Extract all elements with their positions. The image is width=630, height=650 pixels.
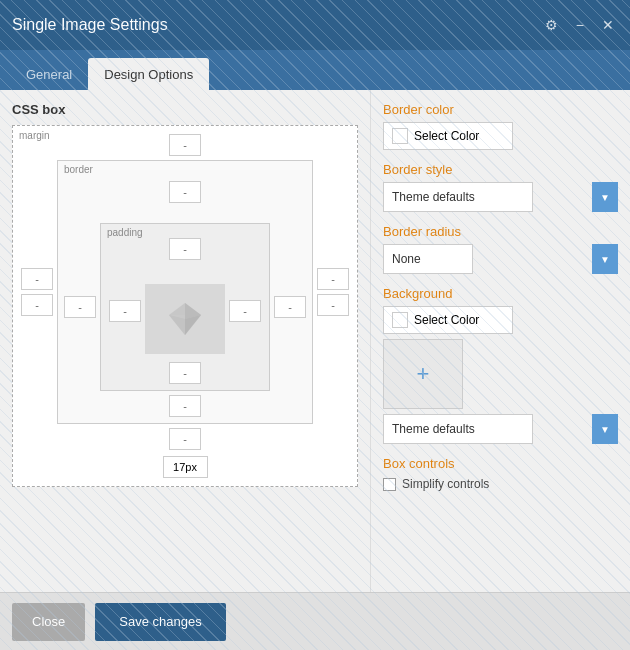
margin-label: margin xyxy=(19,130,50,141)
background-color-select-label: Select Color xyxy=(414,313,479,327)
margin-bottom-row xyxy=(21,428,349,450)
right-panel: Border color Select Color Border style T… xyxy=(370,90,630,592)
footer: Close Save changes xyxy=(0,592,630,650)
title-bar: Single Image Settings ⚙ − ✕ xyxy=(0,0,630,50)
border-style-arrow-icon: ▼ xyxy=(592,182,618,212)
background-group: Background Select Color + Theme defaults… xyxy=(383,286,618,444)
title-bar-controls: ⚙ − ✕ xyxy=(541,15,618,35)
border-color-swatch xyxy=(392,128,408,144)
border-right-inputs xyxy=(274,223,306,391)
border-style-select[interactable]: Theme defaults None Solid Dashed Dotted xyxy=(383,182,533,212)
padding-label: padding xyxy=(107,227,143,238)
border-radius-select-wrapper: None Small Medium Large ▼ xyxy=(383,244,618,274)
content-icon xyxy=(165,299,205,339)
border-style-group: Border style Theme defaults None Solid D… xyxy=(383,162,618,212)
border-left-input[interactable] xyxy=(64,296,96,318)
background-color-select-btn[interactable]: Select Color xyxy=(383,306,513,334)
margin-right1-input[interactable] xyxy=(317,268,349,290)
tabs: General Design Options xyxy=(0,50,630,90)
background-label: Background xyxy=(383,286,618,301)
gear-button[interactable]: ⚙ xyxy=(541,15,562,35)
margin-right2-input[interactable] xyxy=(317,294,349,316)
padding-left-input[interactable] xyxy=(109,300,141,322)
close-button[interactable]: Close xyxy=(12,603,85,641)
padding-top-input[interactable] xyxy=(169,238,201,260)
left-panel: CSS box margin border xyxy=(0,90,370,592)
close-window-button[interactable]: ✕ xyxy=(598,15,618,35)
px-input[interactable] xyxy=(163,456,208,478)
background-style-select[interactable]: Theme defaults Cover Contain Auto xyxy=(383,414,533,444)
tab-general[interactable]: General xyxy=(10,58,88,90)
window: Single Image Settings ⚙ − ✕ General Desi… xyxy=(0,0,630,650)
border-color-select-label: Select Color xyxy=(414,129,479,143)
border-bottom-input[interactable] xyxy=(169,395,201,417)
border-style-select-wrapper: Theme defaults None Solid Dashed Dotted … xyxy=(383,182,618,212)
margin-middle: border padding xyxy=(21,160,349,424)
border-box: border padding xyxy=(57,160,313,424)
right-margin-inputs xyxy=(317,160,349,424)
minimize-button[interactable]: − xyxy=(572,15,588,35)
border-right-input[interactable] xyxy=(274,296,306,318)
left-margin-inputs xyxy=(21,160,53,424)
simplify-controls-row: Simplify controls xyxy=(383,477,618,491)
margin-top-row xyxy=(21,134,349,156)
border-radius-group: Border radius None Small Medium Large ▼ xyxy=(383,224,618,274)
css-box: margin border xyxy=(12,125,358,487)
padding-bottom-input[interactable] xyxy=(169,362,201,384)
main-content: CSS box margin border xyxy=(0,90,630,592)
border-middle: padding xyxy=(64,223,306,391)
simplify-controls-label: Simplify controls xyxy=(402,477,489,491)
border-color-label: Border color xyxy=(383,102,618,117)
margin-top-input[interactable] xyxy=(169,134,201,156)
content-box xyxy=(145,284,225,354)
border-label: border xyxy=(64,164,93,175)
background-style-arrow-icon: ▼ xyxy=(592,414,618,444)
css-box-title: CSS box xyxy=(12,102,358,117)
background-color-swatch xyxy=(392,312,408,328)
background-style-select-wrapper: Theme defaults Cover Contain Auto ▼ xyxy=(383,414,618,444)
border-color-group: Border color Select Color xyxy=(383,102,618,150)
simplify-controls-checkbox[interactable] xyxy=(383,478,396,491)
box-controls-section: Box controls Simplify controls xyxy=(383,456,618,491)
border-top-input[interactable] xyxy=(169,181,201,203)
box-controls-label: Box controls xyxy=(383,456,618,471)
border-color-select-btn[interactable]: Select Color xyxy=(383,122,513,150)
border-radius-arrow-icon: ▼ xyxy=(592,244,618,274)
margin-left1-input[interactable] xyxy=(21,268,53,290)
margin-bottom-input[interactable] xyxy=(169,428,201,450)
border-left-inputs xyxy=(64,223,96,391)
margin-left2-input[interactable] xyxy=(21,294,53,316)
save-button[interactable]: Save changes xyxy=(95,603,225,641)
window-title: Single Image Settings xyxy=(12,16,168,34)
add-image-icon: + xyxy=(417,361,430,387)
bottom-px-row xyxy=(21,456,349,478)
border-radius-select[interactable]: None Small Medium Large xyxy=(383,244,473,274)
padding-box: padding xyxy=(100,223,270,391)
padding-right-input[interactable] xyxy=(229,300,261,322)
tab-design-options[interactable]: Design Options xyxy=(88,58,209,90)
border-style-label: Border style xyxy=(383,162,618,177)
border-radius-label: Border radius xyxy=(383,224,618,239)
add-image-box[interactable]: + xyxy=(383,339,463,409)
